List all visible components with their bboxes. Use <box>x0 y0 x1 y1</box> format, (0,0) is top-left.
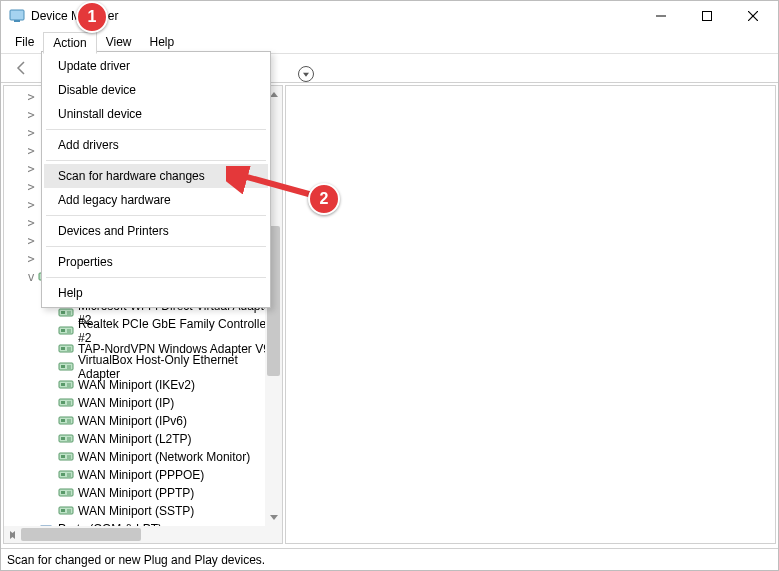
tree-item-label: WAN Miniport (IKEv2) <box>78 378 195 392</box>
tree-item-label: WAN Miniport (PPTP) <box>78 486 194 500</box>
menu-update-driver[interactable]: Update driver <box>44 54 268 78</box>
tree-row[interactable]: WAN Miniport (PPPOE) <box>4 466 282 484</box>
expander-icon[interactable]: > <box>24 252 38 266</box>
menu-add-drivers[interactable]: Add drivers <box>44 133 268 157</box>
tree-row[interactable]: WAN Miniport (SSTP) <box>4 502 282 520</box>
menu-help[interactable]: Help <box>141 32 184 52</box>
tree-item-label: VirtualBox Host-Only Ethernet Adapter <box>78 353 282 381</box>
detail-pane <box>285 85 776 544</box>
expander-icon[interactable]: > <box>24 90 38 104</box>
menu-file[interactable]: File <box>6 32 43 52</box>
svg-rect-55 <box>61 491 65 494</box>
expander-icon[interactable]: > <box>24 144 38 158</box>
svg-line-66 <box>236 174 316 196</box>
network-adapter-icon <box>58 377 74 393</box>
tree-row[interactable]: WAN Miniport (L2TP) <box>4 430 282 448</box>
menubar: File Action View Help <box>1 31 778 53</box>
menu-help-item[interactable]: Help <box>44 281 268 305</box>
network-adapter-icon <box>58 467 74 483</box>
network-adapter-icon <box>58 503 74 519</box>
expander-icon[interactable]: > <box>24 162 38 176</box>
expander-icon[interactable]: > <box>24 216 38 230</box>
tree-item-label: WAN Miniport (L2TP) <box>78 432 192 446</box>
menu-uninstall-device[interactable]: Uninstall device <box>44 102 268 126</box>
svg-rect-27 <box>61 365 65 368</box>
expander-icon[interactable]: > <box>24 126 38 140</box>
tree-item-label: Realtek PCIe GbE Family Controller #2 <box>78 317 282 345</box>
tree-item-label: WAN Miniport (SSTP) <box>78 504 194 518</box>
network-adapter-icon <box>58 413 74 429</box>
network-adapter-icon <box>58 359 74 375</box>
annotation-2: 2 <box>308 183 340 215</box>
tree-item-label: WAN Miniport (IP) <box>78 396 174 410</box>
statusbar-text: Scan for changed or new Plug and Play de… <box>7 553 265 567</box>
tree-row[interactable]: WAN Miniport (Network Monitor) <box>4 448 282 466</box>
svg-rect-23 <box>61 347 65 350</box>
close-button[interactable] <box>730 1 776 31</box>
svg-rect-43 <box>61 437 65 440</box>
tree-item-label: WAN Miniport (Network Monitor) <box>78 450 250 464</box>
svg-rect-59 <box>61 509 65 512</box>
back-button[interactable] <box>9 55 35 81</box>
tree-item-label: WAN Miniport (PPPOE) <box>78 468 204 482</box>
annotation-1: 1 <box>76 1 108 33</box>
menu-view[interactable]: View <box>97 32 141 52</box>
menu-action[interactable]: Action <box>43 32 96 54</box>
tree-row[interactable]: WAN Miniport (PPTP) <box>4 484 282 502</box>
svg-rect-15 <box>61 311 65 314</box>
menu-disable-device[interactable]: Disable device <box>44 78 268 102</box>
network-adapter-icon <box>58 395 74 411</box>
tree-row[interactable]: VirtualBox Host-Only Ethernet Adapter <box>4 358 282 376</box>
expander-icon[interactable]: > <box>24 234 38 248</box>
network-adapter-icon <box>58 449 74 465</box>
expander-icon[interactable]: > <box>24 198 38 212</box>
svg-rect-35 <box>61 401 65 404</box>
network-adapter-icon <box>58 341 74 357</box>
svg-rect-51 <box>61 473 65 476</box>
svg-rect-31 <box>61 383 65 386</box>
expander-icon[interactable]: > <box>24 108 38 122</box>
svg-rect-3 <box>703 12 712 21</box>
menu-properties[interactable]: Properties <box>44 250 268 274</box>
expander-icon[interactable]: > <box>24 180 38 194</box>
svg-rect-0 <box>10 10 24 20</box>
tree-row[interactable]: WAN Miniport (IPv6) <box>4 412 282 430</box>
network-adapter-icon <box>58 431 74 447</box>
svg-rect-19 <box>61 329 65 332</box>
expander-icon[interactable]: v <box>24 270 38 284</box>
network-adapter-icon <box>58 323 74 339</box>
menu-devices-and-printers[interactable]: Devices and Printers <box>44 219 268 243</box>
titlebar: Device Manager <box>1 1 778 31</box>
tree-item-label: WAN Miniport (IPv6) <box>78 414 187 428</box>
horizontal-scrollbar[interactable] <box>4 526 265 543</box>
minimize-button[interactable] <box>638 1 684 31</box>
svg-rect-47 <box>61 455 65 458</box>
statusbar: Scan for changed or new Plug and Play de… <box>1 548 778 570</box>
maximize-button[interactable] <box>684 1 730 31</box>
svg-rect-39 <box>61 419 65 422</box>
tree-row[interactable]: WAN Miniport (IP) <box>4 394 282 412</box>
app-icon <box>9 8 25 24</box>
svg-rect-1 <box>14 20 20 22</box>
network-adapter-icon <box>58 485 74 501</box>
tree-row[interactable]: Realtek PCIe GbE Family Controller #2 <box>4 322 282 340</box>
